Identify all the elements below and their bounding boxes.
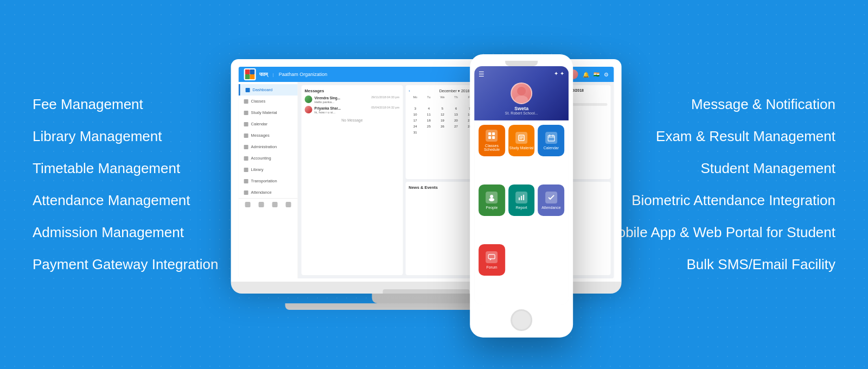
flag-icon: 🇮🇳: [593, 72, 599, 77]
right-feature-2: Exam & Result Management: [656, 128, 835, 145]
bell-icon[interactable]: 🔔: [583, 72, 589, 78]
svg-rect-7: [493, 132, 495, 135]
phone-avatar: [510, 82, 532, 104]
svg-rect-22: [523, 194, 524, 200]
svg-rect-0: [245, 69, 250, 74]
sidebar-item-attendance[interactable]: Attendance: [239, 187, 298, 198]
phone-header: ☰ ✦ ✦ Sweta St. Robert School...: [474, 66, 569, 120]
cal-prev[interactable]: ‹: [409, 88, 410, 93]
sidebar-item-admin[interactable]: Administration: [239, 141, 298, 152]
study-tile-label: Study Material: [509, 145, 534, 149]
classes-icon: [244, 99, 248, 104]
messages-icon: [244, 133, 248, 138]
svg-rect-9: [493, 136, 495, 139]
attendance-tile-icon: [545, 191, 557, 203]
right-feature-4: Biometric Attendance Integration: [631, 192, 835, 209]
phone-tile-people[interactable]: People: [478, 184, 505, 216]
phone-tile-report[interactable]: Report: [508, 184, 535, 216]
app-topbar-left: पाठम् | Paatham Organization: [244, 68, 328, 80]
left-feature-5: Admission Management: [33, 224, 219, 241]
sidebar-item-study[interactable]: Study Material: [239, 107, 298, 118]
phone-header-icons: ✦ ✦: [554, 71, 564, 77]
phone-tile-forum[interactable]: Forum: [478, 244, 505, 276]
bottom-icon-2[interactable]: [258, 202, 264, 207]
bottom-icon-4[interactable]: [286, 202, 291, 207]
phone-tile-classes[interactable]: Classes Schedule: [478, 125, 505, 156]
message-item-2: Priyanka Shar... 05/04/2018 04:32 pm hi,…: [305, 106, 400, 114]
sidebar-item-classes[interactable]: Classes: [239, 96, 298, 107]
phone-home-button[interactable]: [510, 309, 532, 331]
svg-rect-1: [250, 69, 255, 74]
left-feature-3: Timetable Management: [33, 160, 219, 177]
svg-rect-23: [489, 254, 495, 258]
forum-tile-icon: [486, 251, 498, 263]
svg-rect-21: [521, 195, 522, 200]
calendar-icon: [244, 122, 248, 126]
phone-app: ☰ ✦ ✦ Sweta St. Robert School...: [474, 66, 569, 305]
messages-card: Messages Virendra Sing... 29/11/2018 04:…: [302, 85, 403, 275]
sidebar-item-dashboard[interactable]: Dashboard: [239, 84, 298, 96]
phone-user-name: Sweta: [514, 106, 528, 111]
svg-point-4: [517, 87, 526, 96]
phone-tiles-grid: Classes Schedule Study Material Calendar: [474, 120, 569, 305]
messages-card-title: Messages: [305, 88, 400, 93]
svg-rect-6: [489, 132, 492, 135]
phone-school-name: St. Robert School...: [505, 111, 538, 115]
accounting-icon: [244, 156, 248, 161]
library-icon: [244, 168, 248, 172]
phone-tile-attendance[interactable]: Attendance: [538, 184, 565, 216]
phone-tile-calendar[interactable]: Calendar: [538, 125, 565, 156]
svg-rect-3: [250, 74, 255, 79]
cal-month-year: December ▾ 2018 ▾: [439, 89, 473, 93]
svg-rect-8: [489, 136, 492, 139]
svg-rect-20: [519, 197, 520, 200]
report-tile-icon: [515, 191, 527, 203]
left-feature-1: Fee Management: [33, 96, 219, 113]
study-icon: [244, 111, 248, 115]
phone-tile-study[interactable]: Study Material: [508, 125, 535, 156]
right-feature-6: Bulk SMS/Email Facility: [687, 256, 836, 273]
svg-rect-2: [245, 74, 250, 79]
msg-avatar-2: [305, 106, 312, 113]
msg-content-2: Priyanka Shar... 05/04/2018 04:32 pm hi,…: [315, 106, 400, 114]
laptop-stand: [372, 294, 481, 303]
admin-icon: [244, 145, 248, 149]
attendance-icon: [244, 190, 248, 195]
right-feature-1: Message & Notification: [691, 96, 835, 113]
right-features-list: Message & Notification Exam & Result Man…: [606, 96, 835, 273]
phone-profile: Sweta St. Robert School...: [477, 82, 565, 115]
message-item-1: Virendra Sing... 29/11/2018 04:33 pm Hel…: [305, 96, 400, 104]
sidebar-item-library[interactable]: Library: [239, 164, 298, 175]
sidebar-item-accounting[interactable]: Accounting: [239, 152, 298, 164]
org-name: Paatham Organization: [279, 72, 328, 77]
sidebar-item-transport[interactable]: Transportation: [239, 175, 298, 187]
svg-point-5: [515, 96, 528, 103]
sidebar-item-messages[interactable]: Messages: [239, 130, 298, 141]
phone-screen: ☰ ✦ ✦ Sweta St. Robert School...: [474, 66, 569, 305]
phone-menu-icon[interactable]: ☰: [478, 71, 484, 78]
left-features-list: Fee Management Library Management Timeta…: [33, 96, 219, 273]
bottom-icon-1[interactable]: [245, 202, 250, 207]
classes-tile-icon: [486, 130, 498, 142]
bottom-icon-3[interactable]: [272, 202, 278, 207]
dashboard-icon: [246, 88, 250, 92]
phone-notch: [505, 61, 538, 66]
people-tile-label: People: [486, 205, 498, 209]
report-tile-label: Report: [516, 205, 527, 209]
calendar-tile-icon: [545, 131, 557, 143]
app-logo-icon: [244, 68, 256, 80]
people-tile-icon: [486, 191, 498, 203]
left-feature-2: Library Management: [33, 128, 219, 145]
sidebar-item-calendar[interactable]: Calendar: [239, 118, 298, 130]
msg-content-1: Virendra Sing... 29/11/2018 04:33 pm Hel…: [315, 96, 400, 104]
sidebar-bottom: [239, 198, 298, 211]
right-feature-5: Mobile App & Web Portal for Student: [606, 224, 835, 241]
phone-mockup: ☰ ✦ ✦ Sweta St. Robert School...: [470, 54, 573, 338]
svg-point-19: [489, 198, 495, 201]
no-message-label: No Message: [305, 118, 400, 122]
phone-body: ☰ ✦ ✦ Sweta St. Robert School...: [470, 54, 573, 338]
settings-icon[interactable]: ⚙: [604, 72, 609, 78]
study-tile-icon: [515, 131, 527, 143]
calendar-tile-label: Calendar: [544, 145, 559, 149]
classes-tile-label: Classes Schedule: [478, 144, 505, 151]
